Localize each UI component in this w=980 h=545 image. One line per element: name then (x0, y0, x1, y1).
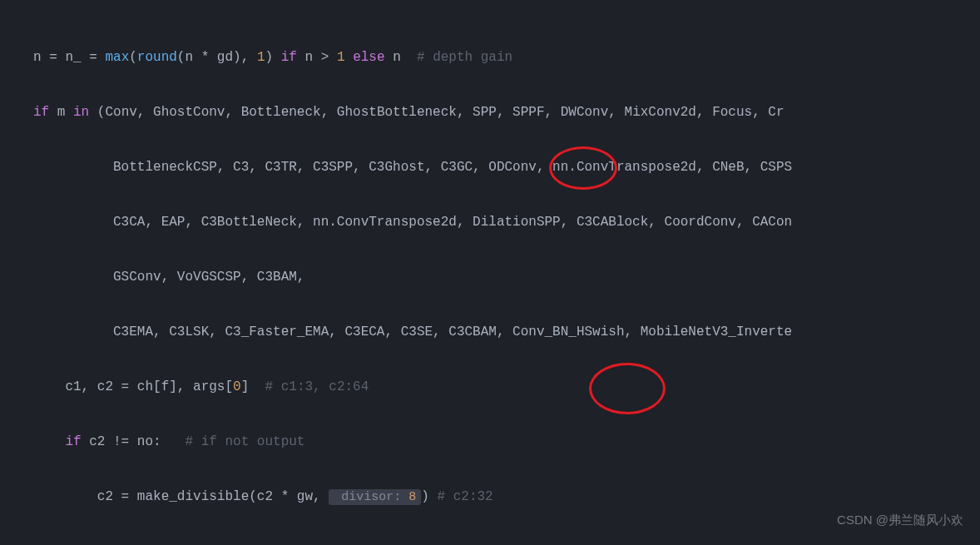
code-line: if m in (Conv, GhostConv, Bottleneck, Gh… (33, 99, 980, 126)
code-line: BottleneckCSP, C3, C3TR, C3SPP, C3Ghost,… (33, 154, 980, 181)
watermark-text: CSDN @弗兰随风小欢 (837, 506, 963, 533)
code-line: if c2 != no: # if not output (33, 429, 980, 456)
code-line: c1, c2 = ch[f], args[0] # c1:3, c2:64 (33, 374, 980, 401)
code-line: C3CA, EAP, C3BottleNeck, nn.ConvTranspos… (33, 209, 980, 236)
code-line (33, 538, 980, 545)
parameter-hint: divisor: 8 (329, 489, 421, 505)
code-line: GSConv, VoVGSCSP, C3BAM, (33, 264, 980, 291)
code-line: n = n_ = max(round(n * gd), 1) if n > 1 … (33, 44, 980, 72)
code-editor[interactable]: n = n_ = max(round(n * gd), 1) if n > 1 … (0, 0, 980, 545)
code-line: C3EMA, C3LSK, C3_Faster_EMA, C3ECA, C3SE… (33, 319, 980, 346)
